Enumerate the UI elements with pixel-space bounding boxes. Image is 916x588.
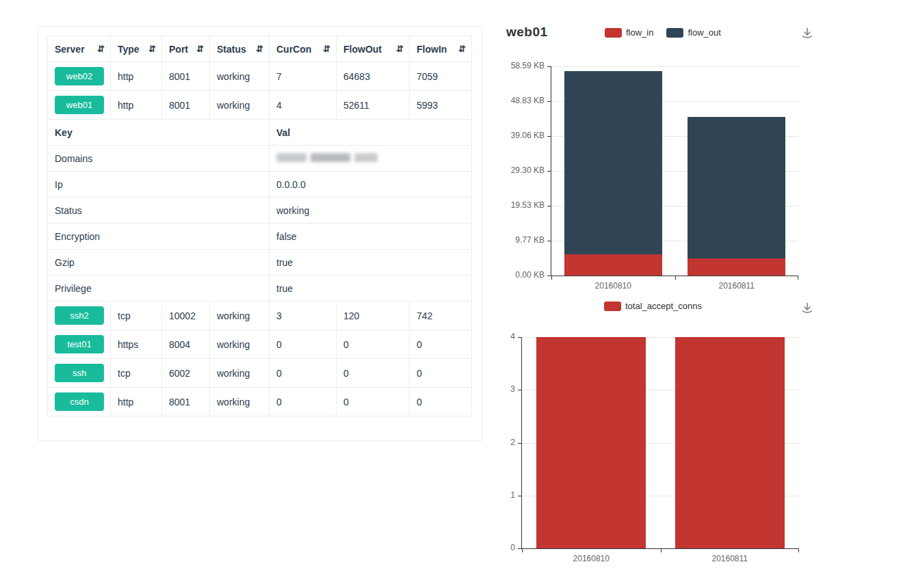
server-button-ssh2[interactable]: ssh2: [55, 306, 104, 325]
cell-port: 6002: [162, 359, 210, 388]
y-axis-tick: [518, 337, 522, 338]
y-axis-tick: [547, 171, 551, 172]
column-header-label: Status: [217, 44, 246, 55]
column-header-label: CurCon: [276, 44, 311, 55]
column-header-curcon[interactable]: CurCon⇵: [270, 36, 337, 62]
y-axis-tick: [547, 66, 551, 67]
column-header-status[interactable]: Status⇵: [210, 36, 270, 62]
sort-arrows-icon[interactable]: ⇵: [256, 44, 262, 54]
cell-status: working: [210, 330, 270, 359]
bar-segment-flow_in: [564, 254, 662, 276]
server-button-csdn[interactable]: csdn: [55, 392, 104, 411]
cell-type: http: [111, 62, 162, 91]
y-tick-label: 4: [510, 332, 515, 341]
cell-status: working: [210, 62, 270, 91]
x-axis-tick: [522, 548, 523, 552]
column-header-label: FlowOut: [343, 44, 382, 55]
save-as-image-icon[interactable]: [800, 27, 814, 40]
sort-arrows-icon[interactable]: ⇵: [196, 44, 202, 54]
column-header-label: FlowIn: [417, 44, 447, 55]
conns-chart-plot-area: 012342016081020160811: [521, 337, 799, 549]
x-tick-label: 20160810: [522, 554, 661, 563]
column-header-flowout[interactable]: FlowOut⇵: [337, 36, 410, 62]
table-header-row: Server⇵ Type⇵ Port⇵ Status⇵ CurCon⇵ Flow…: [48, 36, 472, 62]
column-header-label: Type: [118, 44, 140, 55]
server-table-card: Server⇵ Type⇵ Port⇵ Status⇵ CurCon⇵ Flow…: [38, 26, 482, 441]
cell-flowin: 0: [410, 388, 472, 416]
cell-type: tcp: [111, 302, 162, 330]
y-tick-label: 58.59 KB: [511, 61, 545, 70]
save-as-image-icon[interactable]: [800, 302, 814, 315]
cell-flowout: 64683: [337, 62, 410, 91]
bar-segment-total_accept_conns: [536, 337, 646, 548]
table-row: web01 http 8001 working 4 52611 5993: [48, 91, 472, 120]
kv-row-encryption: Encryption false: [48, 224, 472, 250]
x-tick-label: 20160810: [551, 281, 675, 291]
kv-row-domains: Domains: [48, 146, 472, 172]
y-tick-label: 1: [510, 490, 515, 500]
cell-port: 8004: [162, 330, 210, 359]
sort-arrows-icon[interactable]: ⇵: [148, 44, 155, 54]
y-tick-label: 19.53 KB: [511, 200, 545, 210]
cell-type: https: [111, 330, 162, 359]
kv-val-header: Val: [270, 120, 472, 146]
conns-chart-legend: total_accept_conns: [604, 301, 702, 311]
sort-arrows-icon[interactable]: ⇵: [458, 44, 464, 54]
y-tick-label: 2: [510, 438, 515, 447]
x-axis-tick: [798, 276, 798, 280]
cell-flowin: 7059: [410, 62, 472, 91]
dashboard-page: Server⇵ Type⇵ Port⇵ Status⇵ CurCon⇵ Flow…: [0, 0, 916, 588]
cell-flowout: 52611: [337, 91, 410, 120]
legend-label: flow_out: [688, 27, 720, 38]
sort-arrows-icon[interactable]: ⇵: [323, 44, 329, 54]
column-header-server[interactable]: Server⇵: [48, 36, 111, 62]
cell-type: tcp: [111, 359, 162, 388]
server-button-web02[interactable]: web02: [55, 67, 104, 85]
server-button-test01[interactable]: test01: [55, 335, 104, 353]
table-row: test01 https 8004 working 0 0 0: [48, 330, 472, 359]
table-row: web02 http 8001 working 7 64683 7059: [48, 62, 472, 91]
kv-value: working: [270, 198, 472, 224]
kv-key: Status: [48, 198, 270, 224]
gridline: [551, 66, 798, 67]
cell-flowin: 5993: [410, 91, 472, 120]
legend-item-flow-out[interactable]: flow_out: [666, 27, 720, 38]
server-button-web01[interactable]: web01: [55, 96, 104, 114]
x-axis-tick: [661, 548, 662, 552]
column-header-flowin[interactable]: FlowIn⇵: [410, 36, 472, 62]
column-header-label: Port: [169, 44, 188, 55]
cell-flowout: 0: [337, 359, 410, 388]
y-tick-label: 48.83 KB: [511, 96, 545, 105]
y-axis-tick: [518, 496, 522, 496]
cell-status: working: [210, 388, 270, 416]
legend-swatch-icon: [666, 28, 683, 38]
y-tick-label: 0: [510, 543, 515, 552]
cell-port: 8001: [162, 388, 210, 416]
sort-arrows-icon[interactable]: ⇵: [396, 44, 402, 54]
x-axis-tick: [551, 276, 552, 280]
kv-key-header: Key: [48, 120, 270, 146]
cell-curcon: 0: [270, 388, 337, 416]
server-table: Server⇵ Type⇵ Port⇵ Status⇵ CurCon⇵ Flow…: [47, 36, 472, 416]
cell-port: 8001: [162, 91, 210, 120]
cell-curcon: 4: [270, 91, 337, 120]
legend-item-flow-in[interactable]: flow_in: [605, 27, 653, 38]
column-header-type[interactable]: Type⇵: [111, 36, 162, 62]
kv-row-gzip: Gzip true: [48, 250, 472, 276]
server-button-ssh[interactable]: ssh: [55, 364, 104, 382]
legend-item-total-accept-conns[interactable]: total_accept_conns: [604, 301, 702, 311]
y-tick-label: 29.30 KB: [511, 165, 545, 175]
x-axis-tick: [798, 548, 799, 552]
table-row: ssh2 tcp 10002 working 3 120 742: [48, 302, 472, 330]
kv-row-privilege: Privilege true: [48, 276, 472, 302]
cell-status: working: [210, 302, 270, 330]
cell-status: working: [210, 91, 270, 120]
legend-label: flow_in: [626, 27, 653, 38]
sort-arrows-icon[interactable]: ⇵: [97, 44, 103, 54]
kv-value: 0.0.0.0: [270, 172, 472, 198]
column-header-port[interactable]: Port⇵: [162, 36, 210, 62]
cell-port: 10002: [162, 302, 210, 330]
cell-type: http: [111, 388, 162, 416]
kv-key: Gzip: [48, 250, 270, 276]
legend-swatch-icon: [605, 28, 622, 38]
